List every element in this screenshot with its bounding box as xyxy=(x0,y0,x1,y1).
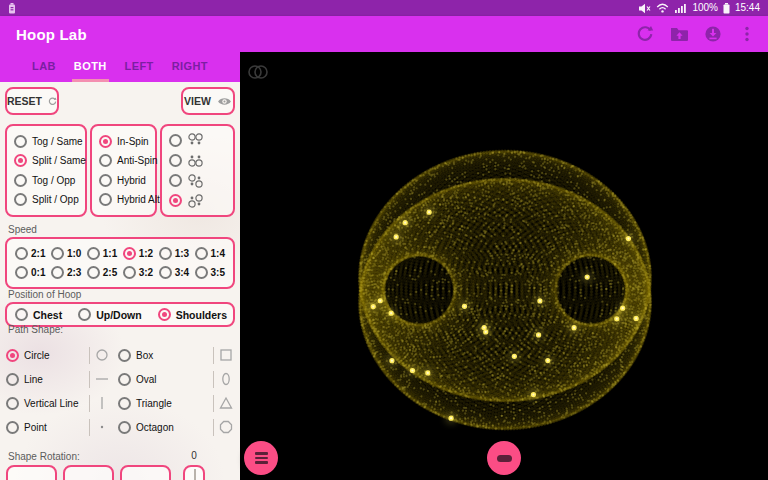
hoop-pattern-canvas[interactable] xyxy=(240,52,768,480)
radio-label: Oval xyxy=(136,374,157,385)
radio-shoulders[interactable]: Shoulders xyxy=(158,308,227,321)
reset-refresh-icon xyxy=(48,95,57,108)
radio-dot xyxy=(99,174,112,187)
radio-split-same[interactable]: Split / Same xyxy=(14,154,85,167)
radio-dot xyxy=(99,193,112,206)
radio-label: Hybrid xyxy=(117,175,146,186)
download-button[interactable] xyxy=(698,19,728,49)
path-shape-label: Path Shape: xyxy=(8,324,63,335)
radio-dot xyxy=(87,266,100,279)
radio-chest[interactable]: Chest xyxy=(15,308,62,321)
overflow-menu-icon xyxy=(738,25,756,43)
position-label: Position of Hoop xyxy=(8,289,81,300)
radio-shape-box[interactable]: Box xyxy=(118,343,234,367)
view-button[interactable]: VIEW xyxy=(181,87,235,115)
radio-anti-spin[interactable]: Anti-Spin xyxy=(99,154,155,167)
status-bar: 100% 15:44 xyxy=(0,0,768,16)
radio-hoops-down-down[interactable] xyxy=(169,152,233,168)
shape-rotation-value: 0 xyxy=(183,450,205,461)
radio-hoops-down-up[interactable] xyxy=(169,193,233,209)
radio-speed-1-3[interactable]: 1:3 xyxy=(159,247,189,260)
spin-mode-group: In-SpinAnti-SpinHybridHybrid Alt xyxy=(90,124,157,217)
hoop-orientation-group xyxy=(160,124,235,217)
rotation-preset-button-1[interactable] xyxy=(6,465,57,480)
open-folder-button[interactable] xyxy=(664,19,694,49)
radio-speed-1-4[interactable]: 1:4 xyxy=(195,247,225,260)
radio-label: 1:1 xyxy=(103,248,117,259)
menu-fab[interactable] xyxy=(244,441,278,475)
radio-dot xyxy=(195,266,208,279)
radio-tog-same[interactable]: Tog / Same xyxy=(14,135,85,148)
circle-shape-icon xyxy=(89,347,110,364)
radio-speed-3-5[interactable]: 3:5 xyxy=(195,266,225,279)
radio-dot xyxy=(6,349,19,362)
menu-icon xyxy=(255,452,268,463)
radio-label: Hybrid Alt xyxy=(117,194,160,205)
point-shape-icon xyxy=(89,419,110,436)
radio-shape-triangle[interactable]: Triangle xyxy=(118,391,234,415)
radio-label: 3:2 xyxy=(139,267,153,278)
clock: 15:44 xyxy=(735,0,760,16)
radio-hoops-up-up[interactable] xyxy=(169,132,233,148)
radio-hybrid-alt[interactable]: Hybrid Alt xyxy=(99,193,155,206)
rotation-preset-button-2[interactable] xyxy=(63,465,114,480)
radio-dot xyxy=(99,154,112,167)
radio-speed-3-2[interactable]: 3:2 xyxy=(123,266,153,279)
radio-dot xyxy=(15,308,28,321)
radio-hybrid[interactable]: Hybrid xyxy=(99,174,155,187)
radio-shape-line[interactable]: Line xyxy=(6,367,110,391)
refresh-icon xyxy=(636,25,654,43)
timing-mode-group: Tog / SameSplit / SameTog / OppSplit / O… xyxy=(5,124,87,217)
rotation-stepper[interactable] xyxy=(183,465,205,480)
collapse-fab[interactable] xyxy=(487,441,521,475)
radio-up-down[interactable]: Up/Down xyxy=(78,308,142,321)
radio-label: 0:1 xyxy=(31,267,45,278)
radio-shape-octagon[interactable]: Octagon xyxy=(118,415,234,439)
page-title: Hoop Lab xyxy=(16,26,87,43)
reset-button[interactable]: RESET xyxy=(5,87,59,115)
hoops-up-up-icon xyxy=(187,132,204,148)
tab-right[interactable]: RIGHT xyxy=(170,52,210,82)
radio-speed-3-4[interactable]: 3:4 xyxy=(159,266,189,279)
refresh-button[interactable] xyxy=(630,19,660,49)
radio-dot xyxy=(6,421,19,434)
radio-label: Shoulders xyxy=(176,309,227,321)
line-shape-icon xyxy=(89,371,110,388)
radio-dot xyxy=(118,373,131,386)
radio-dot xyxy=(14,174,27,187)
volume-mute-icon xyxy=(638,3,651,14)
radio-speed-1-2[interactable]: 1:2 xyxy=(123,247,153,260)
radio-label: 1:4 xyxy=(211,248,225,259)
radio-label: Circle xyxy=(24,350,50,361)
radio-dot xyxy=(118,397,131,410)
octagon-shape-icon xyxy=(213,419,234,436)
radio-label: 2:5 xyxy=(103,267,117,278)
radio-speed-0-1[interactable]: 0:1 xyxy=(15,266,45,279)
overflow-menu-button[interactable] xyxy=(732,19,762,49)
tab-both[interactable]: BOTH xyxy=(72,52,109,82)
radio-dot xyxy=(159,266,172,279)
radio-shape-oval[interactable]: Oval xyxy=(118,367,234,391)
tab-lab[interactable]: LAB xyxy=(30,52,58,82)
radio-speed-1-0[interactable]: 1:0 xyxy=(51,247,81,260)
radio-hoops-up-down[interactable] xyxy=(169,173,233,189)
rotation-preset-button-3[interactable] xyxy=(120,465,171,480)
radio-in-spin[interactable]: In-Spin xyxy=(99,135,155,148)
tab-left[interactable]: LEFT xyxy=(123,52,156,82)
radio-label: 1:2 xyxy=(139,248,153,259)
radio-split-opp[interactable]: Split / Opp xyxy=(14,193,85,206)
radio-speed-1-1[interactable]: 1:1 xyxy=(87,247,117,260)
radio-speed-2-1[interactable]: 2:1 xyxy=(15,247,45,260)
radio-shape-point[interactable]: Point xyxy=(6,415,110,439)
radio-shape-circle[interactable]: Circle xyxy=(6,343,110,367)
radio-dot xyxy=(123,266,136,279)
radio-dot xyxy=(78,308,91,321)
radio-speed-2-5[interactable]: 2:5 xyxy=(87,266,117,279)
radio-shape-vertical-line[interactable]: Vertical Line xyxy=(6,391,110,415)
radio-tog-opp[interactable]: Tog / Opp xyxy=(14,174,85,187)
radio-dot xyxy=(123,247,136,260)
radio-dot xyxy=(15,247,28,260)
radio-speed-2-3[interactable]: 2:3 xyxy=(51,266,81,279)
pill-icon xyxy=(497,455,512,462)
simulation-stage[interactable] xyxy=(240,52,768,480)
